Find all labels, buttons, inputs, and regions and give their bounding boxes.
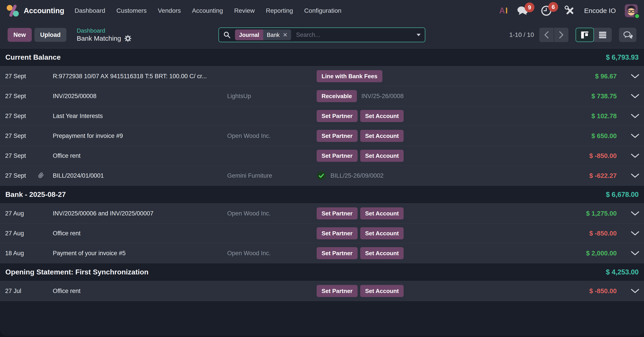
line-with-bank-fees-button[interactable]: Line with Bank Fees — [317, 70, 382, 82]
matched-move-reference: INV/25-26/0008 — [361, 93, 404, 100]
line-date: 27 Sept — [5, 73, 37, 80]
line-amount: $ 738.75 — [592, 92, 617, 100]
line-amount: $ 2,000.00 — [586, 250, 617, 257]
set-account-button[interactable]: Set Account — [360, 227, 404, 239]
receivable-button[interactable]: Receivable — [317, 90, 357, 102]
odoo-logo-icon[interactable] — [6, 4, 19, 17]
expand-row-button[interactable] — [630, 94, 640, 98]
set-account-button[interactable]: Set Account — [360, 110, 404, 122]
statement-line-row[interactable]: 27 Sept R:9772938 10/07 AX 9415116318 T:… — [0, 66, 644, 86]
line-label: Prepayment for invoice #9 — [53, 132, 227, 139]
statement-line-row[interactable]: 18 Aug Payment of your invoice #5 Open W… — [0, 243, 644, 263]
statement-line-row[interactable]: 27 Aug INV/2025/00006 and INV/2025/00007… — [0, 204, 644, 224]
expand-row-button[interactable] — [630, 211, 640, 216]
set-partner-button[interactable]: Set Partner — [317, 227, 358, 239]
set-partner-button[interactable]: Set Partner — [317, 150, 358, 162]
expand-row-button[interactable] — [630, 173, 640, 178]
set-account-button[interactable]: Set Account — [360, 247, 404, 259]
chevron-down-icon — [631, 94, 639, 98]
nav-item-vendors[interactable]: Vendors — [158, 7, 181, 14]
line-amount: $ -850.00 — [589, 287, 617, 295]
tools-icon[interactable] — [564, 5, 575, 16]
expand-row-button[interactable] — [630, 251, 640, 255]
line-label: INV/2025/00006 and INV/2025/00007 — [53, 210, 227, 217]
set-account-button[interactable]: Set Account — [360, 150, 404, 162]
gear-icon[interactable] — [124, 35, 131, 42]
set-partner-button[interactable]: Set Partner — [317, 130, 358, 142]
statement-line-row[interactable]: 27 Sept Last Year Interests Set PartnerS… — [0, 106, 644, 126]
nav-item-accounting[interactable]: Accounting — [192, 7, 223, 14]
statement-line-row[interactable]: 27 Sept BILL/2024/01/0001 Gemini Furnitu… — [0, 166, 644, 186]
expand-row-button[interactable] — [630, 74, 640, 78]
app-name[interactable]: Accounting — [24, 6, 64, 15]
company-name[interactable]: Encode IO — [584, 7, 616, 14]
chat-bubbles-icon — [623, 30, 632, 39]
section-title: Bank - 2025-08-27 — [5, 190, 66, 199]
kanban-view-button[interactable] — [576, 28, 594, 42]
line-date: 18 Aug — [5, 250, 37, 257]
nav-item-configuration[interactable]: Configuration — [304, 7, 342, 14]
chatter-toggle-button[interactable] — [619, 28, 636, 42]
statement-line-row[interactable]: 27 Aug Office rent Set PartnerSet Accoun… — [0, 224, 644, 243]
set-partner-button[interactable]: Set Partner — [317, 110, 358, 122]
expand-row-button[interactable] — [630, 154, 640, 158]
line-date: 27 Sept — [5, 132, 37, 139]
search-bar[interactable]: Journal Bank ✕ — [218, 27, 425, 42]
expand-row-button[interactable] — [630, 114, 640, 118]
set-account-button[interactable]: Set Account — [360, 285, 404, 297]
statement-line-row[interactable]: 27 Jul Office rent Set PartnerSet Accoun… — [0, 281, 644, 301]
section-title: Opening Statement: First Synchronization — [5, 268, 148, 276]
pager-next-button[interactable] — [554, 28, 568, 42]
pager-value[interactable]: 1-10 / 10 — [509, 31, 534, 38]
list-icon — [598, 31, 607, 38]
line-amount: $ -622.27 — [589, 172, 617, 179]
statement-line-row[interactable]: 27 Sept Prepayment for invoice #9 Open W… — [0, 126, 644, 146]
section-balance-amount: $ 4,253.00 — [606, 268, 639, 276]
list-view-button[interactable] — [594, 28, 612, 42]
breadcrumb-dashboard-link[interactable]: Dashboard — [77, 27, 131, 34]
line-date: 27 Sept — [5, 113, 37, 120]
search-dropdown-toggle[interactable] — [412, 28, 425, 42]
expand-row-button[interactable] — [630, 134, 640, 138]
nav-item-reporting[interactable]: Reporting — [266, 7, 293, 14]
line-date: 27 Aug — [5, 210, 37, 217]
chevron-down-icon — [631, 74, 639, 78]
expand-row-button[interactable] — [630, 289, 640, 293]
upload-button[interactable]: Upload — [34, 28, 67, 42]
nav-item-dashboard[interactable]: Dashboard — [74, 7, 105, 14]
line-partner: LightsUp — [227, 93, 317, 100]
facet-value: Bank — [267, 32, 280, 38]
line-label: Payment of your invoice #5 — [53, 250, 227, 257]
set-account-button[interactable]: Set Account — [360, 130, 404, 142]
search-icon — [224, 31, 230, 38]
kanban-icon — [581, 31, 589, 39]
set-partner-button[interactable]: Set Partner — [317, 207, 358, 219]
chevron-down-icon — [631, 114, 639, 118]
line-partner: Gemini Furniture — [227, 172, 317, 179]
line-label: Last Year Interests — [53, 113, 227, 120]
pager-previous-button[interactable] — [539, 28, 554, 42]
statement-line-row[interactable]: 27 Sept Office rent Set PartnerSet Accou… — [0, 146, 644, 166]
section-balance-amount: $ 6,793.93 — [606, 53, 639, 61]
expand-row-button[interactable] — [630, 231, 640, 236]
activities-clock-icon[interactable]: 6 — [541, 5, 552, 16]
set-partner-button[interactable]: Set Partner — [317, 285, 358, 297]
set-partner-button[interactable]: Set Partner — [317, 247, 358, 259]
statement-line-row[interactable]: 27 Sept INV/2025/00008 LightsUp Receivab… — [0, 86, 644, 106]
page-title: Bank Matching — [77, 34, 121, 42]
chevron-down-icon — [631, 154, 639, 158]
statement-section: Bank - 2025-08-27 $ 6,678.00 27 Aug INV/… — [0, 186, 644, 263]
line-partner: Open Wood Inc. — [227, 250, 317, 257]
search-input[interactable] — [296, 31, 412, 38]
chevron-left-icon — [544, 30, 550, 39]
facet-remove-icon[interactable]: ✕ — [283, 31, 288, 38]
line-date: 27 Aug — [5, 230, 37, 237]
new-button[interactable]: New — [8, 28, 32, 42]
nav-item-customers[interactable]: Customers — [116, 7, 146, 14]
set-account-button[interactable]: Set Account — [360, 207, 404, 219]
messages-icon[interactable]: 9 — [516, 5, 528, 16]
user-avatar[interactable] — [625, 4, 638, 17]
chevron-down-icon — [631, 211, 639, 216]
nav-item-review[interactable]: Review — [234, 7, 255, 14]
ai-icon[interactable]: AI — [499, 6, 508, 15]
